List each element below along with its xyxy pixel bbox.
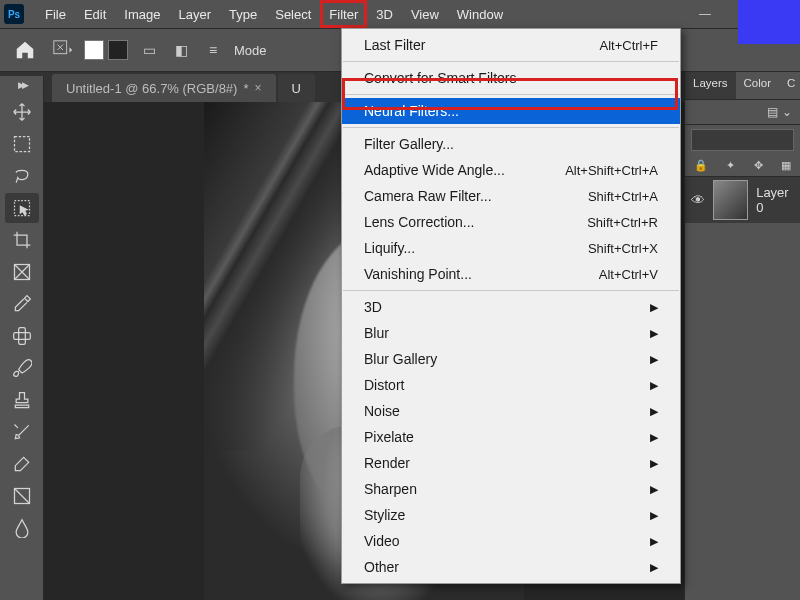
document-tab-2[interactable]: U	[278, 74, 315, 102]
frame-tool[interactable]	[5, 257, 39, 287]
blend-mode-select[interactable]	[691, 129, 794, 151]
submenu-other[interactable]: Other▶	[342, 554, 680, 580]
menu-item-label: Camera Raw Filter...	[364, 188, 492, 204]
shape-combine-icon[interactable]: ◧	[170, 39, 192, 61]
window-minimize-button[interactable]: —	[686, 0, 724, 28]
shape-opt-icon[interactable]: ▭	[138, 39, 160, 61]
menu-vanishing-point[interactable]: Vanishing Point... Alt+Ctrl+V	[342, 261, 680, 287]
layers-panel-tab[interactable]: Layers	[685, 72, 736, 99]
history-brush-tool[interactable]	[5, 417, 39, 447]
layer-filter-dropdown-icon[interactable]: ⌄	[782, 105, 792, 119]
eyedropper-tool[interactable]	[5, 289, 39, 319]
submenu-arrow-icon: ▶	[650, 483, 658, 496]
menu-item-label: Liquify...	[364, 240, 415, 256]
svg-rect-1	[14, 137, 29, 152]
home-icon[interactable]	[8, 35, 42, 65]
submenu-arrow-icon: ▶	[650, 431, 658, 444]
eraser-tool[interactable]	[5, 449, 39, 479]
submenu-arrow-icon: ▶	[650, 509, 658, 522]
tool-palette: ▶▶	[0, 76, 44, 600]
menu-separator	[343, 127, 679, 128]
tab-dirty-marker: *	[243, 81, 248, 96]
healing-tool[interactable]	[5, 321, 39, 351]
collapse-toolbar-icon[interactable]: ▶▶	[18, 80, 26, 90]
submenu-video[interactable]: Video▶	[342, 528, 680, 554]
document-tab-1[interactable]: Untitled-1 @ 66.7% (RGB/8#) * ×	[52, 74, 276, 102]
menu-neural-filters[interactable]: Neural Filters...	[342, 98, 680, 124]
submenu-blur[interactable]: Blur▶	[342, 320, 680, 346]
menu-file[interactable]: File	[36, 0, 75, 28]
menu-camera-raw-filter[interactable]: Camera Raw Filter... Shift+Ctrl+A	[342, 183, 680, 209]
menu-item-label: Distort	[364, 377, 404, 393]
layer-lock-row: 🔒 ✦ ✥ ▦	[685, 155, 800, 177]
menu-image[interactable]: Image	[115, 0, 169, 28]
app-logo: Ps	[4, 4, 24, 24]
stamp-tool[interactable]	[5, 385, 39, 415]
submenu-noise[interactable]: Noise▶	[342, 398, 680, 424]
tab-close-icon[interactable]: ×	[255, 81, 262, 95]
menu-layer[interactable]: Layer	[170, 0, 221, 28]
menu-separator	[343, 290, 679, 291]
submenu-blur-gallery[interactable]: Blur Gallery▶	[342, 346, 680, 372]
marquee-tool[interactable]	[5, 129, 39, 159]
layer-thumbnail[interactable]	[713, 180, 748, 220]
menu-item-label: Neural Filters...	[364, 103, 459, 119]
menu-adaptive-wide-angle[interactable]: Adaptive Wide Angle... Alt+Shift+Ctrl+A	[342, 157, 680, 183]
layer-row-0[interactable]: 👁 Layer 0	[685, 177, 800, 223]
menu-item-label: Filter Gallery...	[364, 136, 454, 152]
menu-separator	[343, 94, 679, 95]
tab-title-trunc: U	[292, 81, 301, 96]
layer-filter-row: ▤ ⌄	[685, 100, 800, 125]
menu-item-shortcut: Alt+Shift+Ctrl+A	[565, 163, 658, 178]
menu-item-shortcut: Shift+Ctrl+A	[588, 189, 658, 204]
menu-edit[interactable]: Edit	[75, 0, 115, 28]
submenu-sharpen[interactable]: Sharpen▶	[342, 476, 680, 502]
panel-tab-strip: Layers Color C	[685, 72, 800, 100]
menu-item-label: Stylize	[364, 507, 405, 523]
brush-tool[interactable]	[5, 353, 39, 383]
submenu-stylize[interactable]: Stylize▶	[342, 502, 680, 528]
submenu-3d[interactable]: 3D▶	[342, 294, 680, 320]
menu-item-shortcut: Shift+Ctrl+R	[587, 215, 658, 230]
gradient-tool[interactable]	[5, 481, 39, 511]
menu-3d[interactable]: 3D	[367, 0, 402, 28]
submenu-arrow-icon: ▶	[650, 561, 658, 574]
lock-pixels-icon[interactable]: ✦	[726, 159, 735, 172]
menu-item-shortcut: Alt+Ctrl+V	[599, 267, 658, 282]
object-select-tool[interactable]	[5, 193, 39, 223]
blur-tool[interactable]	[5, 513, 39, 543]
svg-rect-5	[13, 333, 30, 340]
menu-last-filter[interactable]: Last Filter Alt+Ctrl+F	[342, 32, 680, 58]
menu-item-label: Render	[364, 455, 410, 471]
menu-convert-smart-filters[interactable]: Convert for Smart Filters	[342, 65, 680, 91]
layer-visibility-icon[interactable]: 👁	[691, 192, 705, 208]
background-swatch[interactable]	[108, 40, 128, 60]
move-tool[interactable]	[5, 97, 39, 127]
menu-select[interactable]: Select	[266, 0, 320, 28]
lock-position-icon[interactable]: ✥	[754, 159, 763, 172]
menu-filter[interactable]: Filter	[320, 0, 367, 28]
menu-window[interactable]: Window	[448, 0, 512, 28]
menu-liquify[interactable]: Liquify... Shift+Ctrl+X	[342, 235, 680, 261]
menu-item-label: Blur	[364, 325, 389, 341]
menu-filter-gallery[interactable]: Filter Gallery...	[342, 131, 680, 157]
artboard-icon[interactable]: ▦	[781, 159, 791, 172]
layer-filter-icon[interactable]: ▤	[767, 105, 778, 119]
foreground-swatch[interactable]	[84, 40, 104, 60]
tab-title: Untitled-1 @ 66.7% (RGB/8#)	[66, 81, 237, 96]
crop-tool[interactable]	[5, 225, 39, 255]
submenu-pixelate[interactable]: Pixelate▶	[342, 424, 680, 450]
menu-lens-correction[interactable]: Lens Correction... Shift+Ctrl+R	[342, 209, 680, 235]
svg-rect-4	[18, 328, 25, 345]
align-icon[interactable]: ≡	[202, 39, 224, 61]
color-panel-tab[interactable]: Color	[736, 72, 779, 99]
lock-all-icon[interactable]: 🔒	[694, 159, 708, 172]
more-panel-tab[interactable]: C	[779, 72, 800, 99]
menu-view[interactable]: View	[402, 0, 448, 28]
tool-preset-dropdown[interactable]	[52, 39, 74, 61]
submenu-render[interactable]: Render▶	[342, 450, 680, 476]
menu-type[interactable]: Type	[220, 0, 266, 28]
lasso-tool[interactable]	[5, 161, 39, 191]
menu-item-label: Other	[364, 559, 399, 575]
submenu-distort[interactable]: Distort▶	[342, 372, 680, 398]
